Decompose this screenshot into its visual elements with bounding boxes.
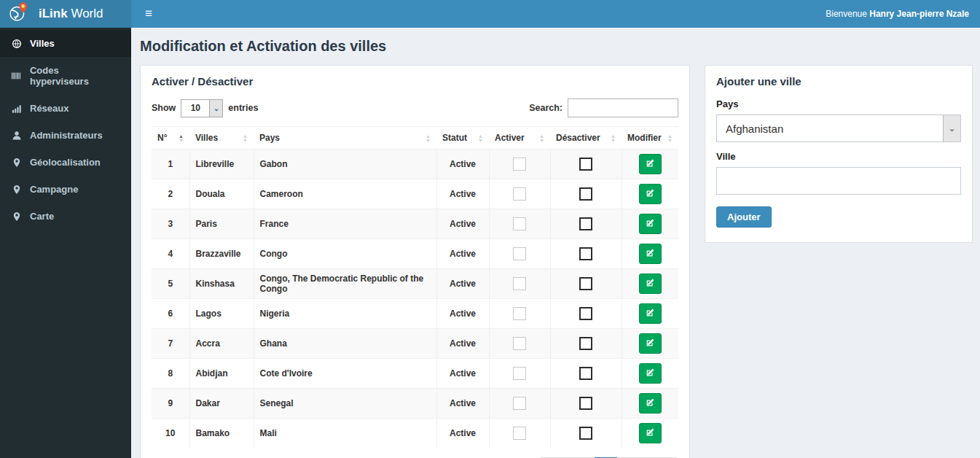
cell-numero: 4 bbox=[152, 239, 189, 269]
ajouter-button[interactable]: Ajouter bbox=[716, 206, 772, 228]
pays-select[interactable]: Afghanistan ⌄ bbox=[716, 114, 961, 142]
activer-checkbox bbox=[513, 367, 526, 380]
cell-ville: Lagos bbox=[189, 299, 254, 329]
sidebar-item-geolocalisation[interactable]: Géolocalisation bbox=[0, 149, 131, 176]
sort-icon: ▲▼ bbox=[478, 134, 483, 143]
search-input[interactable] bbox=[568, 98, 678, 117]
desactiver-checkbox[interactable] bbox=[579, 247, 592, 260]
signal-icon bbox=[11, 104, 22, 114]
brand[interactable]: $ iLink World bbox=[0, 0, 131, 28]
cell-statut: Active bbox=[436, 389, 489, 419]
ville-input[interactable] bbox=[716, 167, 961, 195]
modifier-button[interactable] bbox=[639, 184, 662, 204]
cell-ville: Dakar bbox=[189, 389, 254, 419]
svg-text:$: $ bbox=[22, 4, 24, 8]
cell-ville: Bamako bbox=[189, 419, 254, 449]
cell-numero: 8 bbox=[152, 359, 189, 389]
desactiver-checkbox[interactable] bbox=[579, 427, 592, 440]
desactiver-checkbox[interactable] bbox=[579, 367, 592, 380]
sort-icon: ▲▼ bbox=[243, 134, 248, 143]
cell-pays: Senegal bbox=[254, 389, 436, 419]
chevron-down-icon: ⌄ bbox=[209, 100, 222, 117]
desactiver-checkbox[interactable] bbox=[579, 187, 592, 201]
modifier-button[interactable] bbox=[639, 303, 662, 324]
activer-checkbox bbox=[513, 427, 526, 440]
sidebar-item-label: Carte bbox=[30, 211, 54, 222]
modifier-button[interactable] bbox=[639, 363, 662, 384]
modifier-button[interactable] bbox=[639, 273, 662, 294]
cell-statut: Active bbox=[436, 239, 489, 269]
edit-icon bbox=[646, 188, 655, 200]
activer-checkbox bbox=[513, 397, 526, 410]
cell-statut: Active bbox=[436, 359, 489, 389]
map-marker-icon bbox=[11, 185, 22, 195]
edit-icon bbox=[646, 278, 655, 290]
modifier-button[interactable] bbox=[639, 423, 662, 443]
sort-icon: ▲▼ bbox=[179, 134, 184, 143]
sort-icon: ▲▼ bbox=[667, 134, 673, 143]
panel-title: Activer / Désactiver bbox=[152, 75, 678, 88]
edit-icon bbox=[646, 248, 655, 260]
column-header[interactable]: ▲▼Désactiver bbox=[550, 127, 622, 150]
activer-checkbox bbox=[513, 158, 526, 171]
sidebar-item-administrateurs[interactable]: Administrateurs bbox=[0, 122, 131, 149]
entries-label: entries bbox=[228, 103, 258, 113]
activer-checkbox bbox=[513, 307, 526, 320]
modifier-button[interactable] bbox=[639, 214, 662, 234]
cell-ville: Brazzaville bbox=[189, 239, 254, 269]
cell-ville: Abidjan bbox=[189, 359, 254, 389]
table-row: 4BrazzavilleCongoActive bbox=[152, 239, 678, 269]
hamburger-icon[interactable]: ≡ bbox=[142, 7, 155, 21]
globe-icon bbox=[11, 39, 22, 49]
modifier-button[interactable] bbox=[639, 333, 662, 354]
cell-statut: Active bbox=[436, 179, 489, 209]
cell-statut: Active bbox=[436, 269, 489, 299]
desactiver-checkbox[interactable] bbox=[579, 277, 592, 290]
modifier-button[interactable] bbox=[639, 244, 662, 264]
entries-length-select[interactable]: 10 ⌄ bbox=[181, 99, 223, 117]
column-header[interactable]: ▲▼Villes bbox=[189, 127, 254, 150]
desactiver-checkbox[interactable] bbox=[579, 307, 592, 320]
sidebar-item-label: Villes bbox=[30, 38, 55, 49]
table-row: 1LibrevilleGabonActive bbox=[152, 150, 678, 179]
sidebar-item-codes-hyperviseurs[interactable]: Codes hyperviseurs bbox=[0, 57, 131, 95]
modifier-button[interactable] bbox=[639, 393, 662, 414]
cell-numero: 1 bbox=[152, 150, 189, 179]
sidebar-item-villes[interactable]: Villes bbox=[0, 30, 131, 57]
cell-numero: 7 bbox=[152, 329, 189, 359]
panel-title: Ajouter une ville bbox=[716, 75, 961, 88]
desactiver-checkbox[interactable] bbox=[579, 217, 592, 230]
sidebar-item-label: Réseaux bbox=[30, 103, 68, 114]
cell-numero: 3 bbox=[152, 209, 189, 239]
cell-statut: Active bbox=[436, 209, 489, 239]
desactiver-checkbox[interactable] bbox=[579, 337, 592, 350]
cell-pays: Cote d'Ivoire bbox=[254, 359, 436, 389]
pays-label: Pays bbox=[716, 98, 961, 109]
modifier-button[interactable] bbox=[639, 154, 662, 174]
barcode-icon bbox=[11, 71, 22, 81]
table-row: 8AbidjanCote d'IvoireActive bbox=[152, 359, 678, 389]
cell-ville: Libreville bbox=[189, 150, 254, 179]
edit-icon bbox=[646, 397, 655, 409]
cell-ville: Accra bbox=[189, 329, 254, 359]
activer-checkbox bbox=[513, 277, 526, 290]
column-header[interactable]: ▲▼N° bbox=[152, 127, 189, 150]
cell-ville: Paris bbox=[189, 209, 254, 239]
cell-numero: 9 bbox=[152, 389, 189, 419]
column-header[interactable]: ▲▼Modifier bbox=[622, 127, 678, 150]
map-marker-icon bbox=[11, 211, 22, 222]
column-header[interactable]: ▲▼Statut bbox=[436, 127, 489, 150]
edit-icon bbox=[646, 427, 655, 439]
column-header[interactable]: ▲▼Pays bbox=[254, 127, 436, 150]
edit-icon bbox=[646, 368, 655, 379]
sidebar-item-reseaux[interactable]: Réseaux bbox=[0, 95, 131, 122]
desactiver-checkbox[interactable] bbox=[579, 158, 592, 171]
activer-checkbox bbox=[513, 187, 526, 201]
top-bar: $ iLink World ≡ Bienvenue Hanry Jean-pie… bbox=[0, 0, 980, 28]
sidebar-item-carte[interactable]: Carte bbox=[0, 203, 131, 230]
ajouter-ville-panel: Ajouter une ville Pays Afghanistan ⌄ Vil… bbox=[705, 65, 973, 243]
activer-desactiver-panel: Activer / Désactiver Show 10 ⌄ entries S… bbox=[140, 65, 690, 458]
column-header[interactable]: ▲▼Activer bbox=[489, 127, 550, 150]
desactiver-checkbox[interactable] bbox=[579, 397, 592, 410]
sidebar-item-campagne[interactable]: Campagne bbox=[0, 176, 131, 203]
